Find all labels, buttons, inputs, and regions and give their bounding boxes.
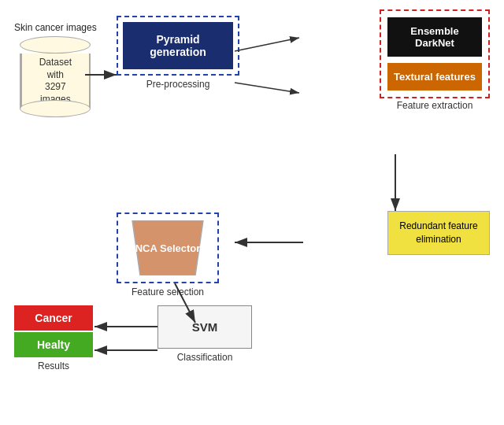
nca-trapezoid: NCA Selector xyxy=(124,220,211,275)
cylinder-top xyxy=(20,36,91,54)
arrow-preprocessing-to-ensemble xyxy=(235,38,299,51)
feature-extraction-container: Ensemble DarkNet Textural features Featu… xyxy=(380,9,490,111)
cylinder: Dataset with 3297 images xyxy=(20,36,91,117)
feature-extraction-dashed-box: Ensemble DarkNet Textural features xyxy=(380,9,490,98)
cylinder-left-edge xyxy=(20,54,22,109)
dataset-top-label: Skin cancer images xyxy=(14,22,97,33)
results-container: Cancer Healty Results xyxy=(14,305,93,371)
cylinder-right-edge xyxy=(89,54,91,109)
redundant-box: Redundant feature elimination xyxy=(387,211,490,255)
nca-label: NCA Selector xyxy=(135,242,201,254)
svm-container: SVM Classification xyxy=(158,305,252,363)
arrow-preprocessing-to-textural xyxy=(235,83,299,93)
redundant-box-container: Redundant feature elimination xyxy=(387,211,490,255)
classification-label: Classification xyxy=(177,352,233,363)
dataset-text: Dataset with 3297 images xyxy=(38,57,72,105)
pyramid-box: Pyramid generation xyxy=(123,22,233,69)
healthy-box: Healty xyxy=(14,332,93,357)
cylinder-bottom xyxy=(20,100,91,117)
preprocessing-label: Pre-processing xyxy=(146,79,210,90)
feature-selection-label: Feature selection xyxy=(132,286,204,298)
feature-selection-dashed-box: NCA Selector xyxy=(117,213,219,283)
feature-extraction-label: Feature extraction xyxy=(397,100,473,111)
cancer-box: Cancer xyxy=(14,305,93,331)
results-label: Results xyxy=(38,360,69,371)
preprocessing-container: Pyramid generation Pre-processing xyxy=(117,16,239,90)
textural-box: Textural features xyxy=(387,63,482,91)
svm-box: SVM xyxy=(158,305,252,349)
diagram: Skin cancer images Dataset with 3297 ima… xyxy=(0,0,504,425)
ensemble-box: Ensemble DarkNet xyxy=(387,17,482,57)
preprocessing-dashed-box: Pyramid generation xyxy=(117,16,239,76)
dataset-container: Skin cancer images Dataset with 3297 ima… xyxy=(14,22,97,117)
feature-selection-container: NCA Selector Feature selection xyxy=(117,213,219,298)
